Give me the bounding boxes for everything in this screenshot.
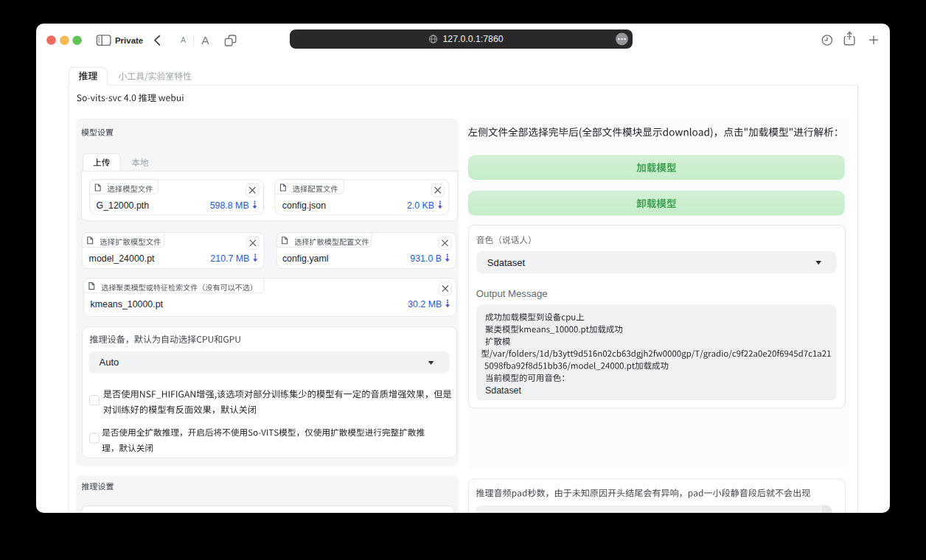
svg-text:127.0.0.1:7860: 127.0.0.1:7860 [443,34,504,44]
svg-text:Private: Private [115,36,143,45]
svg-text:30.2 MB: 30.2 MB [408,299,442,309]
svg-text:Output Message: Output Message [476,288,548,299]
svg-text:kmeans_10000.pt: kmeans_10000.pt [91,299,164,309]
svg-text:Auto: Auto [100,357,119,368]
svg-text:931.0 B: 931.0 B [410,253,442,264]
svg-text:2.0 KB: 2.0 KB [407,200,434,211]
svg-text:A: A [201,34,209,46]
svg-text:model_24000.pt: model_24000.pt [89,253,155,264]
svg-text:G_12000.pth: G_12000.pth [97,200,150,211]
svg-text:Sdataset: Sdataset [485,385,521,396]
svg-text:210.7 MB: 210.7 MB [210,253,249,264]
svg-text:config.json: config.json [282,200,326,211]
svg-text:Sdataset: Sdataset [487,257,526,268]
svg-text:A: A [181,35,186,44]
svg-text:598.8 MB: 598.8 MB [210,200,249,211]
svg-text:config.yaml: config.yaml [282,253,329,264]
